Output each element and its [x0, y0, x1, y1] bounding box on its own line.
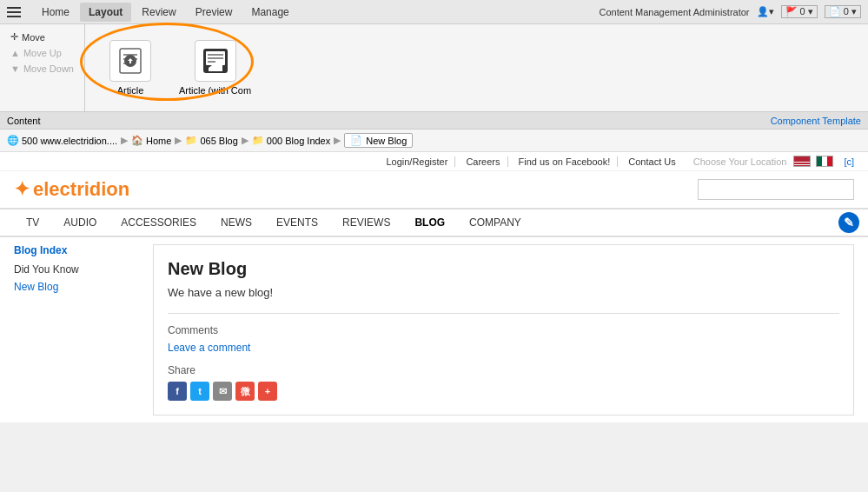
- article-with-comments-icon-item[interactable]: Article (with Com: [169, 33, 262, 103]
- menu-layout[interactable]: Layout: [80, 3, 131, 22]
- nav-audio[interactable]: AUDIO: [51, 209, 109, 236]
- breadcrumb-sep-1: ▶: [121, 135, 128, 146]
- site-search-input[interactable]: [698, 179, 854, 200]
- fb-icon: f: [176, 386, 179, 396]
- share-email-button[interactable]: ✉: [213, 382, 232, 401]
- article-with-comments-icon-box: [195, 40, 236, 82]
- article-icon-item[interactable]: Article: [99, 33, 162, 103]
- move-up-button[interactable]: ▲ Move Up: [7, 46, 77, 60]
- site-topnav: Login/Register Careers Find us on Facebo…: [0, 152, 868, 171]
- move-down-label: Move Down: [23, 63, 74, 74]
- menu-manage[interactable]: Manage: [242, 3, 297, 22]
- topnav-facebook[interactable]: Find us on Facebook!: [512, 156, 619, 167]
- share-more-button[interactable]: +: [258, 382, 277, 401]
- preview-area: Login/Register Careers Find us on Facebo…: [0, 152, 868, 422]
- site-logo-bar: ✦ electridion: [0, 171, 868, 208]
- menu-home[interactable]: Home: [33, 3, 78, 22]
- page-icon[interactable]: 📄 0 ▾: [825, 5, 861, 18]
- topnav-login[interactable]: Login/Register: [379, 156, 455, 167]
- sidebar-title[interactable]: Blog Index: [14, 244, 139, 256]
- article-area: New Blog We have a new blog! Comments Le…: [153, 244, 854, 416]
- sidebar: Blog Index Did You Know New Blog: [14, 244, 153, 416]
- flag-icon[interactable]: 🚩 0 ▾: [781, 5, 818, 18]
- flag-us-icon[interactable]: [793, 156, 811, 167]
- content-label: Content: [7, 116, 41, 126]
- move-up-label: Move Up: [23, 48, 62, 58]
- admin-text: Content Management Administrator: [599, 7, 749, 17]
- breadcrumb-new-blog[interactable]: 📄 New Blog: [344, 133, 413, 148]
- breadcrumb-blog-index-text: 000 Blog Index: [267, 136, 330, 146]
- move-label: Move: [22, 32, 45, 43]
- edit-nav-button[interactable]: ✎: [838, 212, 859, 233]
- breadcrumb-bar: 🌐 500 www.electridion.... ▶ 🏠 Home ▶ 📁 0…: [0, 130, 868, 152]
- user-icon[interactable]: 👤▾: [757, 6, 774, 17]
- breadcrumb-sep-4: ▶: [334, 135, 341, 146]
- article-with-comments-icon: [202, 47, 229, 75]
- toolbar-left: ✛ Move ▲ Move Up ▼ Move Down: [0, 24, 85, 111]
- nav-company[interactable]: COMPANY: [457, 209, 533, 236]
- breadcrumb-blog-index[interactable]: 📁 000 Blog Index: [252, 135, 330, 146]
- breadcrumb-sep-2: ▶: [175, 135, 182, 146]
- article-icon-box: [109, 40, 151, 82]
- hamburger-menu[interactable]: [7, 3, 24, 21]
- bracket-label[interactable]: [c]: [844, 156, 854, 167]
- nav-blog[interactable]: BLOG: [402, 209, 457, 236]
- share-facebook-button[interactable]: f: [168, 382, 187, 401]
- location-label: Choose Your Location: [693, 156, 787, 167]
- share-twitter-button[interactable]: t: [190, 382, 209, 401]
- folder-icon-2: 📁: [252, 135, 264, 146]
- breadcrumb-sep-3: ▶: [242, 135, 248, 146]
- leave-comment-link[interactable]: Leave a comment: [168, 342, 839, 354]
- sidebar-link-new-blog[interactable]: New Blog: [14, 281, 139, 293]
- share-label: Share: [168, 364, 839, 376]
- nav-events[interactable]: EVENTS: [264, 209, 330, 236]
- home-icon: 🏠: [131, 135, 143, 146]
- breadcrumb-home[interactable]: 🏠 Home: [131, 135, 171, 146]
- comments-label: Comments: [168, 324, 839, 336]
- topnav-contact[interactable]: Contact Us: [621, 156, 682, 167]
- menu-review[interactable]: Review: [133, 3, 184, 22]
- folder-icon-1: 📁: [185, 135, 197, 146]
- logo-text-label: electridion: [33, 178, 129, 201]
- breadcrumb-new-blog-text: New Blog: [366, 136, 407, 146]
- si-icon: 微: [241, 385, 250, 398]
- page-icon-bc: 📄: [350, 135, 362, 146]
- menu-right-section: Content Management Administrator 👤▾ 🚩 0 …: [599, 5, 861, 18]
- move-arrow-icon: ✛: [10, 31, 18, 43]
- article-body: We have a new blog!: [168, 286, 839, 299]
- article-divider: [168, 313, 839, 314]
- menu-bar: Home Layout Review Preview Manage Conten…: [0, 0, 868, 24]
- component-template-label: Component Template: [771, 116, 861, 126]
- breadcrumb-site[interactable]: 🌐 500 www.electridion....: [7, 135, 117, 146]
- toolbar-icons: Article Article (with Com: [85, 24, 275, 111]
- move-down-icon: ▼: [10, 63, 20, 74]
- plus-icon: +: [265, 386, 270, 396]
- site-mainnav: TV AUDIO ACCESSORIES NEWS EVENTS REVIEWS…: [0, 208, 868, 237]
- nav-reviews[interactable]: REVIEWS: [330, 209, 402, 236]
- move-up-icon: ▲: [10, 48, 20, 58]
- site-logo[interactable]: ✦ electridion: [14, 178, 129, 201]
- em-icon: ✉: [219, 386, 227, 397]
- breadcrumb-home-text: Home: [146, 136, 171, 146]
- site-content: Blog Index Did You Know New Blog New Blo…: [0, 237, 868, 422]
- breadcrumb-blog[interactable]: 📁 065 Blog: [185, 135, 237, 146]
- menu-preview[interactable]: Preview: [187, 3, 242, 22]
- share-icons: f t ✉ 微 +: [168, 382, 839, 401]
- globe-icon: 🌐: [7, 135, 19, 146]
- flag-mx-icon[interactable]: [816, 156, 833, 167]
- article-icon: [116, 47, 144, 75]
- topnav-careers[interactable]: Careers: [459, 156, 507, 167]
- edit-icon: ✎: [844, 216, 854, 229]
- nav-accessories[interactable]: ACCESSORIES: [109, 209, 209, 236]
- move-button[interactable]: ✛ Move: [7, 30, 77, 44]
- article-title: New Blog: [168, 259, 839, 279]
- breadcrumb-site-text: 500 www.electridion....: [22, 136, 117, 146]
- tw-icon: t: [198, 386, 202, 396]
- move-down-button[interactable]: ▼ Move Down: [7, 62, 77, 76]
- breadcrumb-blog-text: 065 Blog: [200, 136, 237, 146]
- article-with-comments-label: Article (with Com: [179, 85, 251, 96]
- share-sina-button[interactable]: 微: [235, 382, 255, 401]
- sidebar-link-did-you-know[interactable]: Did You Know: [14, 263, 139, 276]
- nav-tv[interactable]: TV: [14, 209, 51, 236]
- nav-news[interactable]: NEWS: [209, 209, 264, 236]
